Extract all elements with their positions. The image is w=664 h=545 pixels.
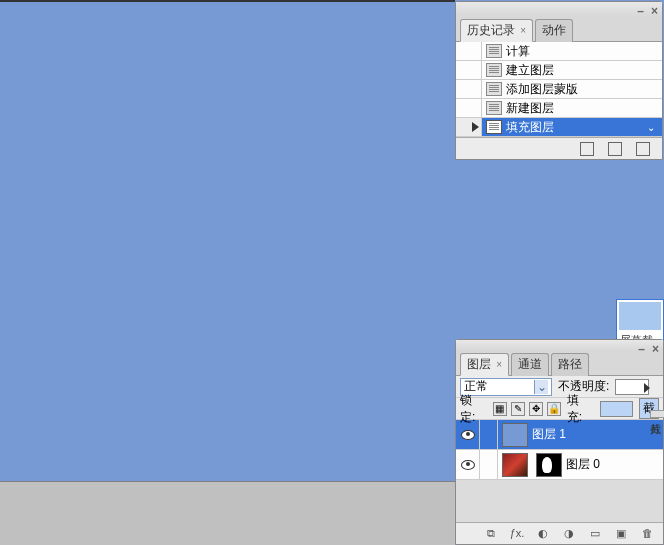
document-icon [486,82,502,96]
visibility-toggle[interactable] [456,450,480,479]
adjustment-icon[interactable]: ◑ [561,527,577,541]
side-tab[interactable]: 片截 [650,410,664,418]
lock-fill-row: 锁定: ▦ ✎ ✥ 🔒 填充: 截 [456,398,663,420]
new-document-icon[interactable] [608,142,622,156]
document-icon [486,101,502,115]
minimize-icon[interactable]: – [638,342,645,356]
history-item-label: 填充图层 [506,119,554,136]
play-icon [472,122,479,132]
lock-all-icon[interactable]: 🔒 [547,402,561,416]
lock-position-icon[interactable]: ✥ [529,402,543,416]
lock-icons-group: ▦ ✎ ✥ 🔒 [493,402,561,416]
document-icon [486,120,502,134]
tab-paths[interactable]: 路径 [551,353,589,376]
fill-label: 填充: [567,392,594,426]
close-icon[interactable]: × [496,359,502,370]
layer-row[interactable]: 图层 0 [456,450,663,480]
history-gutter[interactable] [456,118,482,136]
tab-history[interactable]: 历史记录 × [460,19,533,42]
history-item-selected[interactable]: 填充图层 ⌄ [456,118,662,137]
link-icon[interactable]: ⧉ [483,527,499,541]
tab-channels-label: 通道 [518,357,542,371]
trash-icon[interactable] [636,142,650,156]
lock-paint-icon[interactable]: ✎ [511,402,525,416]
history-item[interactable]: 新建图层 [456,99,662,118]
workspace-gray-area [0,481,455,545]
layers-panel-titlebar[interactable]: – × [456,340,663,350]
layers-tabs: 图层 × 通道 路径 [456,350,663,376]
history-item[interactable]: 计算 [456,42,662,61]
document-icon [486,44,502,58]
eye-icon [461,460,475,470]
history-item-label: 添加图层蒙版 [506,81,578,98]
tab-channels[interactable]: 通道 [511,353,549,376]
tab-history-label: 历史记录 [467,23,515,37]
opacity-slider[interactable] [615,379,649,395]
layer-mask-thumbnail[interactable] [536,453,562,477]
history-gutter[interactable] [456,80,482,98]
history-item[interactable]: 添加图层蒙版 [456,80,662,99]
history-tabs: 历史记录 × 动作 [456,16,662,42]
blend-opacity-row: 正常 ⌄ 不透明度: [456,376,663,398]
tab-layers-label: 图层 [467,357,491,371]
tab-actions[interactable]: 动作 [535,19,573,42]
new-snapshot-icon[interactable] [580,142,594,156]
history-item-label: 计算 [506,43,530,60]
new-layer-icon[interactable]: ▣ [613,527,629,541]
layer-lock-cell[interactable] [480,420,498,449]
eye-icon [461,430,475,440]
thumbnail-preview [619,302,661,330]
layers-panel: – × 图层 × 通道 路径 正常 ⌄ 不透明度: 锁定: ▦ ✎ ✥ 🔒 填充… [455,339,664,545]
tab-actions-label: 动作 [542,23,566,37]
folder-icon[interactable]: ▭ [587,527,603,541]
tab-paths-label: 路径 [558,357,582,371]
slider-arrow-icon [644,383,650,393]
visibility-toggle[interactable] [456,420,480,449]
layer-list: 图层 1 图层 0 [456,420,663,480]
chevron-down-icon: ⌄ [534,380,548,394]
history-panel-titlebar[interactable]: – × [456,2,662,16]
history-gutter[interactable] [456,61,482,79]
close-icon[interactable]: × [520,25,526,36]
layer-name[interactable]: 图层 1 [532,426,566,443]
history-list: 计算 建立图层 添加图层蒙版 新建图层 填充图层 ⌄ [456,42,662,137]
trash-icon[interactable]: 🗑 [639,527,655,541]
close-icon[interactable]: × [652,342,659,356]
history-item[interactable]: 建立图层 [456,61,662,80]
close-icon[interactable]: × [651,4,658,18]
layer-thumbnail[interactable] [502,453,528,477]
canvas-top-border [0,0,455,2]
history-gutter[interactable] [456,99,482,117]
chevron-down-icon[interactable]: ⌄ [644,122,658,133]
lock-transparency-icon[interactable]: ▦ [493,402,507,416]
history-footer [456,137,662,159]
layer-thumbnail[interactable] [502,423,528,447]
layer-row-selected[interactable]: 图层 1 [456,420,663,450]
layers-footer: ⧉ ƒx. ◐ ◑ ▭ ▣ 🗑 [456,522,663,544]
mask-icon[interactable]: ◐ [535,527,551,541]
fx-icon[interactable]: ƒx. [509,527,525,541]
tab-layers[interactable]: 图层 × [460,353,509,376]
fill-slider[interactable] [600,401,633,417]
history-gutter[interactable] [456,42,482,60]
minimize-icon[interactable]: – [637,4,644,18]
history-item-label: 建立图层 [506,62,554,79]
history-item-label: 新建图层 [506,100,554,117]
history-panel: – × 历史记录 × 动作 计算 建立图层 添加图层蒙版 新建 [455,1,663,160]
layer-lock-cell[interactable] [480,450,498,479]
document-icon [486,63,502,77]
layer-name[interactable]: 图层 0 [566,456,600,473]
layers-empty-area [456,480,663,522]
